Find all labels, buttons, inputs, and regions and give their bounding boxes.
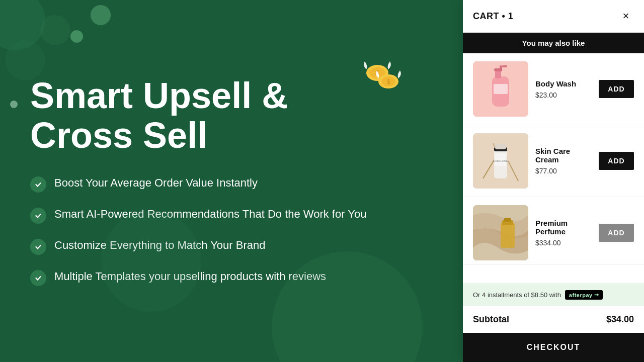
svg-point-7 bbox=[34, 211, 43, 220]
subtotal-amount: $34.00 bbox=[606, 314, 634, 325]
cart-close-button[interactable]: × bbox=[618, 8, 634, 24]
bg-decoration bbox=[40, 15, 70, 45]
product-name-perfume: Premium Perfume bbox=[535, 219, 592, 236]
cart-subtotal: Subtotal $34.00 bbox=[463, 306, 644, 333]
product-price-perfume: $334.00 bbox=[535, 239, 592, 247]
bg-decoration bbox=[70, 30, 83, 43]
feature-text: Boost Your Average Order Value Instantly bbox=[54, 175, 258, 191]
svg-text:EMOLASE: EMOLASE bbox=[493, 159, 508, 162]
products-scroll-area[interactable]: Body Wash $23.00 ADD bbox=[463, 53, 644, 284]
bg-decoration bbox=[101, 211, 201, 312]
you-may-like-banner: You may also like bbox=[463, 33, 644, 53]
subtotal-label: Subtotal bbox=[473, 314, 509, 325]
bg-decoration bbox=[5, 40, 45, 80]
svg-rect-12 bbox=[495, 70, 501, 78]
product-image-perfume bbox=[473, 205, 528, 260]
product-item-body-wash: Body Wash $23.00 ADD bbox=[463, 53, 644, 125]
feature-text: Smart AI-Powered Recommendations That Do… bbox=[54, 207, 366, 222]
svg-rect-28 bbox=[501, 223, 515, 248]
add-body-wash-button[interactable]: ADD bbox=[599, 80, 634, 98]
product-name-body-wash: Body Wash bbox=[535, 79, 592, 88]
cart-title: CART • 1 bbox=[473, 11, 513, 22]
svg-rect-14 bbox=[500, 65, 502, 71]
add-perfume-button[interactable]: ADD bbox=[599, 224, 634, 242]
product-item-skin-care: EMOLASE Skin Care Cream $77.00 ADD bbox=[463, 125, 644, 197]
product-info-perfume: Premium Perfume $334.00 bbox=[535, 219, 592, 247]
money-emoji-decoration: $ $ bbox=[362, 50, 408, 90]
bg-decoration bbox=[91, 5, 111, 25]
product-price-skin-care: $77.00 bbox=[535, 167, 592, 175]
product-item-perfume: Premium Perfume $334.00 ADD bbox=[463, 197, 644, 265]
svg-point-6 bbox=[34, 180, 43, 189]
cart-panel: CART • 1 × You may also like bbox=[463, 0, 644, 362]
svg-rect-24 bbox=[495, 144, 506, 149]
afterpay-text: Or 4 installments of $8.50 with bbox=[473, 291, 561, 299]
feature-item: Boost Your Average Order Value Instantly bbox=[30, 175, 433, 193]
product-image-skin-care: EMOLASE bbox=[473, 133, 528, 189]
check-icon bbox=[30, 239, 46, 255]
product-image-body-wash bbox=[473, 61, 528, 117]
svg-text:$: $ bbox=[387, 78, 390, 85]
afterpay-logo: afterpay ➞ bbox=[565, 290, 603, 300]
check-icon bbox=[30, 208, 46, 224]
product-info-skin-care: Skin Care Cream $77.00 bbox=[535, 147, 592, 175]
body-wash-icon bbox=[473, 61, 528, 117]
skin-care-icon: EMOLASE bbox=[473, 133, 528, 189]
feature-item: Customize Everything to Match Your Brand bbox=[30, 238, 433, 255]
feature-item: Smart AI-Powered Recommendations That Do… bbox=[30, 207, 433, 224]
check-icon bbox=[30, 176, 46, 193]
product-info-body-wash: Body Wash $23.00 bbox=[535, 79, 592, 99]
checkout-button[interactable]: CHECKOUT bbox=[463, 333, 644, 362]
product-name-skin-care: Skin Care Cream bbox=[535, 147, 592, 164]
afterpay-bar: Or 4 installments of $8.50 with afterpay… bbox=[463, 284, 644, 306]
svg-point-9 bbox=[34, 274, 43, 283]
svg-rect-16 bbox=[494, 84, 508, 94]
bg-decoration bbox=[10, 101, 18, 108]
left-panel: $ $ Smart Upsell & Cross Sell Boost Yo bbox=[0, 0, 463, 362]
product-price-body-wash: $23.00 bbox=[535, 91, 592, 99]
add-skin-care-button[interactable]: ADD bbox=[599, 152, 634, 170]
cart-header: CART • 1 × bbox=[463, 0, 644, 33]
svg-rect-30 bbox=[504, 218, 511, 222]
svg-point-8 bbox=[34, 242, 43, 251]
svg-rect-15 bbox=[502, 65, 507, 67]
check-icon bbox=[30, 270, 46, 286]
perfume-icon bbox=[473, 205, 528, 260]
